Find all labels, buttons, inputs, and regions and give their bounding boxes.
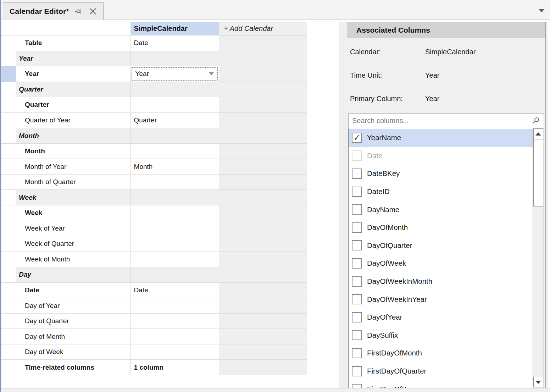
list-item[interactable]: ✓ DayOfMonth [349,219,533,237]
triangle-down-icon [535,381,541,384]
row-add-calendar-cell [219,267,307,282]
checkbox[interactable]: ✓ [352,222,362,233]
checkbox[interactable]: ✓ [352,169,362,179]
list-item[interactable]: ✓ DayName [349,200,533,219]
checkbox[interactable]: ✓ [352,240,362,250]
checkbox[interactable]: ✓ [352,330,362,340]
list-item: ✓ Date [349,147,533,165]
checkbox[interactable]: ✓ [352,294,362,304]
row-add-calendar-cell [219,82,307,97]
panel-splitter[interactable] [339,22,347,388]
list-item[interactable]: ✓ DateBKey [349,165,533,183]
search-input[interactable] [349,117,531,125]
checkbox[interactable]: ✓ [352,133,362,143]
scrollbar[interactable] [533,128,544,388]
row-add-calendar-cell [219,159,307,174]
table-row: Month [1,144,307,159]
row-value-cell[interactable] [131,128,220,143]
row-add-calendar-cell [219,51,307,66]
row-value-cell[interactable] [131,329,220,344]
row-gutter [1,128,16,143]
table-row: Week [1,205,307,221]
search-icon[interactable] [531,117,540,125]
row-value-cell[interactable] [131,205,220,221]
columns-list-items: ✓ YearName ✓ Date ✓ DateBKey ✓ DateID ✓ … [349,129,533,388]
row-value-cell[interactable] [131,344,220,360]
table-row: Table Date [1,35,307,51]
row-value-cell[interactable]: Quarter [131,113,220,128]
panel-outer-gap [546,22,548,388]
row-value-cell[interactable] [131,82,220,97]
row-value-cell[interactable] [131,51,220,66]
row-label-cell: Quarter [1,97,131,112]
list-item[interactable]: ✓ DayOfQuarter [349,237,533,255]
row-label-cell: Year [1,51,131,66]
chevron-down-icon [209,72,214,75]
row-label: Week of Year [16,225,65,232]
info-row-primary-column: Primary Column: Year [350,94,545,103]
row-value-cell[interactable] [131,314,220,329]
row-label: Date [16,286,39,294]
row-label-cell: Day of Week [1,344,131,360]
grid-header-calendar-cell[interactable]: SimpleCalendar [131,22,220,35]
add-calendar-button[interactable]: + Add Calendar [219,22,307,35]
row-value-cell[interactable] [131,221,220,236]
row-label-cell: Week [1,190,131,205]
row-value-cell[interactable]: Date [131,35,220,51]
checkbox[interactable]: ✓ [352,366,362,376]
list-item[interactable]: ✓ DayOfYear [349,308,533,326]
list-item[interactable]: ✓ DayOfWeek [349,254,533,272]
tab-calendar-editor[interactable]: Calendar Editor* [3,2,104,20]
row-value-cell[interactable]: 1 column [131,360,220,375]
row-value-cell[interactable]: Date [131,283,220,298]
row-label: Week [16,209,42,217]
info-row-time-unit: Time Unit: Year [350,71,545,80]
row-label: Month of Quarter [16,178,76,186]
row-gutter [1,314,16,329]
close-icon[interactable] [88,7,98,16]
list-item[interactable]: ✓ DateID [349,183,533,201]
list-item[interactable]: ✓ FirstDayOfMonth [349,344,533,362]
checkbox[interactable]: ✓ [352,384,362,388]
row-value-cell[interactable] [131,144,220,159]
row-value-cell[interactable]: Year Year [131,66,220,82]
scroll-up-button[interactable] [533,128,543,139]
row-add-calendar-cell [219,236,307,252]
scroll-down-button[interactable] [533,377,543,387]
list-item[interactable]: ✓ YearName [349,129,533,147]
grid-rows: Table Date Year Year Year [1,35,307,375]
row-value-cell[interactable]: Month [131,159,220,174]
list-item[interactable]: ✓ FirstDayOfYear [349,380,533,388]
checkbox[interactable]: ✓ [352,150,362,161]
row-gutter [1,252,16,267]
checkbox[interactable]: ✓ [352,348,362,358]
list-item[interactable]: ✓ DayOfWeekInYear [349,290,533,308]
row-value-dropdown[interactable]: Year [132,67,218,81]
checkbox[interactable]: ✓ [352,187,362,197]
checkbox[interactable]: ✓ [352,276,362,287]
info-label: Primary Column: [350,95,425,103]
row-value-cell[interactable] [131,252,220,267]
row-value-cell[interactable] [131,190,220,205]
row-gutter [1,205,16,221]
row-value-cell[interactable] [131,175,220,190]
checkbox[interactable]: ✓ [352,258,362,269]
row-add-calendar-cell [219,221,307,236]
row-label: Year [16,55,33,62]
table-row: Month [1,128,307,144]
row-value-cell[interactable] [131,97,220,112]
checkbox[interactable]: ✓ [352,312,362,322]
grid-header-blank-cell [1,22,131,35]
row-value-cell[interactable] [131,236,220,252]
row-value-cell[interactable] [131,267,220,282]
table-row: Week of Month [1,252,307,267]
list-item[interactable]: ✓ FirstDayOfQuarter [349,362,533,380]
checkbox[interactable]: ✓ [352,204,362,215]
pin-icon[interactable] [74,7,83,16]
list-item[interactable]: ✓ DayOfWeekInMonth [349,272,533,291]
chevron-down-icon[interactable] [539,9,544,12]
row-value-cell[interactable] [131,298,220,313]
list-item[interactable]: ✓ DaySuffix [349,326,533,344]
row-value-text: Month [131,163,153,171]
scrollbar-thumb[interactable] [533,139,543,206]
